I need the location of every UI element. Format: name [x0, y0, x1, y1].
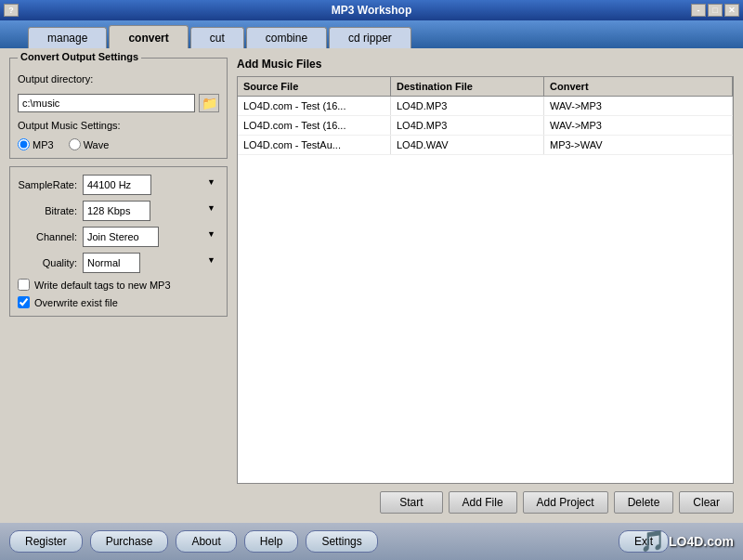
clear-button[interactable]: Clear [679, 491, 734, 514]
minimize-button[interactable]: - [691, 4, 706, 17]
maximize-button[interactable]: □ [708, 4, 723, 17]
add-music-title: Add Music Files [237, 58, 734, 71]
output-settings-title: Convert Output Settings [18, 51, 141, 62]
samplerate-row: SampleRate: 44100 Hz [18, 175, 219, 195]
channel-row: Channel: Join Stereo [18, 227, 219, 247]
footer-logo: 🎵 LO4D.com [640, 529, 734, 553]
samplerate-label: SampleRate: [18, 179, 83, 190]
samplerate-select[interactable]: 44100 Hz [83, 175, 151, 195]
table-header: Source File Destination File Convert [238, 77, 733, 97]
output-format-radio-group: MP3 Wave [18, 138, 219, 150]
about-button[interactable]: About [176, 530, 236, 553]
bitrate-label: Bitrate: [18, 205, 83, 216]
samplerate-select-wrapper: 44100 Hz [83, 175, 219, 195]
output-music-label: Output Music Settings: [18, 120, 219, 131]
cell-convert-3: MP3->WAV [544, 136, 733, 154]
bitrate-select[interactable]: 128 Kbps [83, 201, 150, 221]
quality-label: Quality: [18, 257, 83, 268]
cell-source-2: LO4D.com - Test (16... [238, 116, 391, 135]
quality-row: Quality: Normal [18, 253, 219, 273]
table-row[interactable]: LO4D.com - Test (16... LO4D.MP3 WAV->MP3 [238, 97, 733, 116]
cell-dest-3: LO4D.WAV [391, 136, 544, 154]
help-btn[interactable]: ? [4, 4, 19, 17]
logo-text: LO4D.com [669, 534, 734, 549]
tags-checkbox-row: Write default tags to new MP3 [18, 279, 219, 291]
close-button[interactable]: ✕ [724, 4, 739, 17]
tab-convert[interactable]: convert [109, 25, 188, 48]
cell-convert-1: WAV->MP3 [544, 97, 733, 115]
footer: Register Purchase About Help Settings Ex… [0, 523, 743, 560]
browse-folder-button[interactable]: 📁 [199, 94, 219, 112]
col-header-dest: Destination File [391, 77, 544, 96]
cell-source-3: LO4D.com - TestAu... [238, 136, 391, 154]
title-bar: ? MP3 Workshop - □ ✕ [0, 0, 743, 20]
table-row[interactable]: LO4D.com - TestAu... LO4D.WAV MP3->WAV [238, 136, 733, 155]
help-button[interactable]: Help [244, 530, 299, 553]
cell-dest-1: LO4D.MP3 [391, 97, 544, 115]
col-header-source: Source File [238, 77, 391, 96]
overwrite-checkbox[interactable] [18, 296, 30, 308]
channel-label: Channel: [18, 231, 83, 242]
quality-select[interactable]: Normal [83, 253, 140, 273]
output-dir-input[interactable] [18, 94, 195, 112]
app-title: MP3 Workshop [332, 4, 411, 17]
left-panel: Convert Output Settings Output directory… [9, 58, 228, 514]
overwrite-checkbox-label: Overwrite exist file [34, 297, 118, 308]
quality-select-wrapper: Normal [83, 253, 219, 273]
output-dir-row: 📁 [18, 94, 219, 112]
overwrite-checkbox-row: Overwrite exist file [18, 296, 219, 308]
radio-mp3[interactable]: MP3 [18, 138, 54, 150]
channel-select-wrapper: Join Stereo [83, 227, 219, 247]
file-table: Source File Destination File Convert LO4… [237, 76, 734, 484]
main-content: Convert Output Settings Output directory… [0, 48, 743, 523]
table-body: LO4D.com - Test (16... LO4D.MP3 WAV->MP3… [238, 97, 733, 155]
cell-dest-2: LO4D.MP3 [391, 116, 544, 135]
tags-checkbox-label: Write default tags to new MP3 [34, 280, 171, 291]
table-row[interactable]: LO4D.com - Test (16... LO4D.MP3 WAV->MP3 [238, 116, 733, 136]
bitrate-row: Bitrate: 128 Kbps [18, 201, 219, 221]
add-project-button[interactable]: Add Project [523, 491, 608, 514]
start-button[interactable]: Start [380, 491, 442, 514]
add-file-button[interactable]: Add File [449, 491, 517, 514]
cell-convert-2: WAV->MP3 [544, 116, 733, 135]
tab-combine[interactable]: combine [246, 27, 327, 48]
settings-group: SampleRate: 44100 Hz Bitrate: 128 Kbps C… [9, 166, 228, 317]
tab-bar: manage convert cut combine cd ripper [0, 20, 743, 48]
action-buttons: Start Add File Add Project Delete Clear [237, 491, 734, 514]
bitrate-select-wrapper: 128 Kbps [83, 201, 219, 221]
purchase-button[interactable]: Purchase [90, 530, 169, 553]
tab-manage[interactable]: manage [28, 27, 107, 48]
delete-button[interactable]: Delete [614, 491, 674, 514]
tab-cut[interactable]: cut [190, 27, 244, 48]
right-panel: Add Music Files Source File Destination … [237, 58, 734, 514]
radio-wave[interactable]: Wave [69, 138, 110, 150]
register-button[interactable]: Register [9, 530, 83, 553]
cell-source-1: LO4D.com - Test (16... [238, 97, 391, 115]
channel-select[interactable]: Join Stereo [83, 227, 159, 247]
output-dir-label: Output directory: [18, 73, 219, 85]
tags-checkbox[interactable] [18, 279, 30, 291]
tab-cd-ripper[interactable]: cd ripper [329, 27, 411, 48]
settings-button[interactable]: Settings [306, 530, 377, 553]
col-header-convert: Convert [544, 77, 733, 96]
output-settings-group: Convert Output Settings Output directory… [9, 58, 228, 159]
